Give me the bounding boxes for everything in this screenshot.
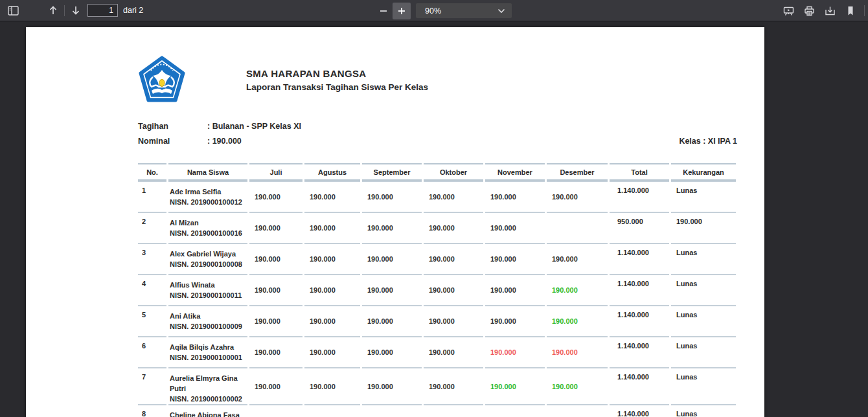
month-payment: 190.000 [485,181,545,212]
row-kekurangan: Lunas [671,305,736,336]
nominal-row: Nominal : 190.000 [138,137,170,146]
row-total: 1.140.000 [610,367,669,404]
chevron-down-icon [497,6,505,16]
tagihan-label: Tagihan [138,122,168,131]
presentation-mode-icon [783,6,794,16]
student-cell: Aqila Bilqis AzahraNISN. 2019000100001 [168,336,247,367]
row-total: 1.140.000 [610,243,669,274]
month-payment: 190.000 [304,367,360,404]
bookmark-button[interactable] [841,3,860,19]
column-header: Kekurangan [671,163,736,181]
table-row: 8Cheline Abiona Fasa1.140.000Lunas [138,404,736,417]
column-header: Nama Siswa [168,163,247,181]
month-payment: 190.000 [547,305,608,336]
month-payment: 190.000 [249,181,303,212]
kelas-value: Kelas : XI IPA 1 [679,137,737,146]
student-name: Alfius Winata [170,280,247,290]
tagihan-value: : Bulanan - SPP Kelas XI [207,122,301,131]
month-payment [424,404,483,417]
table-row: 5Ani AtikaNISN. 2019000100009190.000190.… [138,305,736,336]
fee-table-header-row: No.Nama SiswaJuliAgustusSeptemberOktober… [138,163,736,181]
row-number: 2 [138,212,166,243]
toolbar-right-group [778,0,867,21]
row-number: 5 [138,305,166,336]
download-icon [825,6,836,16]
table-row: 4Alfius WinataNISN. 2019000100011190.000… [138,274,736,305]
month-payment: 190.000 [249,274,303,305]
month-payment: 190.000 [485,274,545,305]
month-payment: 190.000 [304,336,360,367]
row-number: 8 [138,404,166,417]
row-number: 4 [138,274,166,305]
month-payment: 190.000 [424,243,483,274]
column-header: No. [138,163,166,181]
student-nisn: NISN. 2019000100002 [170,394,247,404]
page-up-icon [49,5,58,16]
row-kekurangan: Lunas [671,243,736,274]
month-payment: 190.000 [547,243,608,274]
student-cell: Ani AtikaNISN. 2019000100009 [168,305,247,336]
month-payment: 190.000 [424,367,483,404]
student-nisn: NISN. 2019000100009 [170,321,247,332]
row-number: 1 [138,181,166,212]
zoom-level-select[interactable]: 90% [416,3,512,18]
zoom-level-value: 90% [425,6,441,16]
month-payment: 190.000 [485,367,545,404]
student-nisn: NISN. 2019000100011 [170,290,247,300]
month-payment: 190.000 [362,212,422,243]
month-payment: 190.000 [362,243,422,274]
month-payment: 190.000 [304,274,360,305]
month-payment [304,404,360,417]
table-row: 3Alex Gabriel WijayaNISN. 20190001000081… [138,243,736,274]
month-payment: 190.000 [249,336,303,367]
column-header: Juli [249,163,303,181]
month-payment: 190.000 [485,336,545,367]
student-cell: Ade Irma SelfiaNISN. 2019000100012 [168,181,247,212]
pdf-page: SMA HARAPAN BANGSA Laporan Transaksi Tag… [26,27,764,417]
page-down-icon [71,5,80,16]
column-header: Oktober [424,163,483,181]
month-payment: 190.000 [249,212,303,243]
pdf-viewer-area: SMA HARAPAN BANGSA Laporan Transaksi Tag… [0,22,868,417]
month-payment: 190.000 [362,274,422,305]
month-payment: 190.000 [362,336,422,367]
tagihan-row: Tagihan : Bulanan - SPP Kelas XI [138,122,168,131]
row-total: 1.140.000 [610,305,669,336]
student-name: Aqila Bilqis Azahra [170,342,247,352]
student-cell: Aurelia Elmyra Gina PutriNISN. 201900010… [168,367,247,404]
zoom-in-icon [397,6,406,16]
report-header: SMA HARAPAN BANGSA Laporan Transaksi Tag… [246,68,428,92]
bookmark-icon [846,6,855,16]
table-row: 6Aqila Bilqis AzahraNISN. 20190001000011… [138,336,736,367]
student-nisn: NISN. 2019000100008 [170,259,247,269]
student-cell: Alex Gabriel WijayaNISN. 2019000100008 [168,243,247,274]
zoom-in-button[interactable] [393,3,411,19]
sidebar-toggle-button[interactable] [4,2,22,19]
nominal-label: Nominal [138,137,170,146]
month-payment: 190.000 [547,274,608,305]
table-row: 7Aurelia Elmyra Gina PutriNISN. 20190001… [138,367,736,404]
row-kekurangan: Lunas [671,181,736,212]
student-name: Al Mizan [170,218,247,228]
month-payment: 190.000 [424,336,483,367]
student-cell: Al MizanNISN. 2019000100016 [168,212,247,243]
print-button[interactable] [800,3,818,19]
nominal-value: : 190.000 [207,137,242,146]
next-page-button[interactable] [67,2,85,19]
page-number-input[interactable] [87,4,118,17]
table-row: 1Ade Irma SelfiaNISN. 2019000100012190.0… [138,181,736,212]
row-number: 7 [138,367,166,404]
row-kekurangan: Lunas [671,274,736,305]
student-nisn: NISN. 2019000100001 [170,352,247,363]
zoom-out-button[interactable] [374,3,393,19]
month-payment: 190.000 [249,367,303,404]
month-payment [362,404,422,417]
previous-page-button[interactable] [44,2,62,19]
student-name: Ade Irma Selfia [170,186,247,197]
download-button[interactable] [821,3,839,19]
presentation-mode-button[interactable] [779,3,797,19]
month-payment: 190.000 [547,367,608,404]
month-payment [485,404,545,417]
student-cell: Cheline Abiona Fasa [168,404,247,417]
row-kekurangan: Lunas [671,404,736,417]
